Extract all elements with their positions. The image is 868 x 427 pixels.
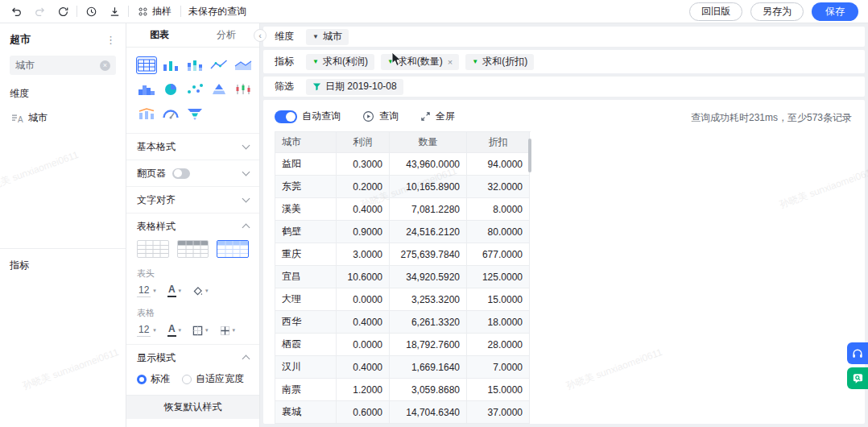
chevron-down-icon: ▼ — [312, 59, 319, 65]
city-cell: 宜昌 — [275, 266, 337, 288]
table-font-color-picker[interactable]: A ▾ — [167, 324, 181, 337]
combo-chart-icon[interactable] — [136, 105, 157, 122]
scatter-plot-icon[interactable] — [184, 81, 205, 98]
query-title[interactable]: 未保存的查询 — [188, 5, 246, 19]
download-icon[interactable] — [108, 5, 121, 18]
metric-chip-profit[interactable]: ▼ 求和(利润) — [306, 54, 374, 70]
style-dark-header-option[interactable] — [177, 240, 209, 258]
reset-default-style-button[interactable]: 恢复默认样式 — [126, 395, 259, 419]
fullscreen-button[interactable]: 全屏 — [420, 110, 455, 123]
value-cell: 0.6000 — [337, 401, 390, 424]
column-header[interactable]: 利润 — [337, 132, 390, 153]
feedback-chat-button[interactable] — [847, 367, 868, 389]
table-icon[interactable] — [136, 56, 157, 74]
pie-chart-icon[interactable] — [160, 81, 181, 98]
value-cell: 10.6000 — [337, 266, 390, 288]
column-header[interactable]: 城市 — [275, 132, 337, 153]
caret-down-icon: ▾ — [179, 327, 182, 334]
metric-chip-discount[interactable]: ▼ 求和(折扣) — [465, 54, 534, 70]
undo-icon[interactable] — [10, 5, 23, 18]
close-icon[interactable]: × — [448, 57, 453, 67]
area-chart-icon[interactable] — [233, 56, 254, 74]
basic-format-header[interactable]: 基本格式 — [126, 134, 259, 160]
table-style-header[interactable]: 表格样式 — [126, 214, 259, 239]
dimension-chip-city[interactable]: ▼ 城市 — [306, 29, 349, 45]
sampling-icon — [138, 6, 148, 17]
save-as-button[interactable]: 另存为 — [750, 2, 804, 21]
radio-label: 自适应宽度 — [196, 372, 244, 386]
column-header[interactable]: 数量 — [390, 132, 467, 153]
table-scrollbar[interactable] — [528, 139, 531, 172]
table-row: 西华0.40006,261.332018.0000 — [275, 311, 531, 334]
column-header[interactable]: 折扣 — [467, 132, 530, 153]
header-fill-color-picker[interactable]: ▾ — [192, 286, 209, 296]
pager-header[interactable]: 翻页器 — [126, 160, 259, 186]
table-row: 南票1.20003,059.868015.0000 — [275, 379, 531, 401]
metric-chip-quantity[interactable]: ▼ 求和(数量) × — [381, 54, 459, 70]
value-cell: 32.0000 — [467, 176, 530, 198]
inner-border-select[interactable]: ▾ — [220, 325, 236, 336]
funnel-chart-icon[interactable] — [184, 105, 205, 122]
back-to-old-version-button[interactable]: 回旧版 — [689, 2, 742, 21]
section-text-align: 文字对齐 — [126, 186, 259, 213]
gauge-chart-icon[interactable] — [160, 105, 181, 122]
pyramid-chart-icon[interactable] — [209, 81, 229, 98]
auto-query-toggle[interactable] — [275, 110, 297, 123]
style-plain-option[interactable] — [137, 240, 169, 258]
radio-adaptive-width[interactable]: 自适应宽度 — [182, 372, 244, 386]
style-blue-header-option[interactable] — [217, 240, 249, 258]
outer-border-select[interactable]: ▾ — [192, 325, 209, 336]
value-cell: 125.0000 — [467, 266, 530, 288]
table-style-label: 表格样式 — [137, 220, 176, 234]
chevron-down-icon — [242, 168, 250, 176]
tab-analysis[interactable]: 分析 — [193, 23, 260, 47]
chart-type-grid — [126, 48, 259, 133]
field-search-input[interactable] — [15, 60, 97, 71]
more-menu-icon[interactable]: ⋮ — [105, 34, 116, 46]
font-size-value: 12 — [137, 324, 151, 337]
refresh-icon[interactable] — [56, 5, 69, 18]
line-chart-icon[interactable] — [209, 56, 229, 74]
redo-icon[interactable] — [33, 5, 46, 18]
bar-chart-icon[interactable] — [160, 56, 181, 74]
history-icon[interactable] — [85, 5, 97, 18]
table-row: 栖霞0.000018,792.760028.0000 — [275, 334, 531, 356]
table-font-size-select[interactable]: 12 ▾ — [137, 324, 156, 337]
save-button[interactable]: 保存 — [812, 2, 858, 21]
radio-standard[interactable]: 标准 — [137, 372, 170, 386]
sampling-button[interactable]: 抽样 — [138, 5, 172, 19]
run-query-button[interactable]: 查询 — [362, 110, 399, 123]
value-cell: 3.0000 — [337, 243, 390, 266]
tab-chart[interactable]: 图表 — [126, 23, 193, 47]
value-cell: 3,253.3200 — [390, 288, 467, 311]
candlestick-chart-icon[interactable] — [233, 81, 254, 98]
value-cell: 677.0000 — [467, 243, 530, 266]
field-search[interactable]: × — [10, 56, 116, 75]
dimension-field-city[interactable]: A 城市 — [10, 110, 116, 126]
header-font-color-picker[interactable]: A ▾ — [167, 284, 181, 297]
font-color-icon: A — [167, 324, 176, 337]
caret-down-icon: ▾ — [179, 288, 182, 294]
histogram-icon[interactable] — [136, 81, 157, 98]
chip-label: 求和(利润) — [323, 55, 368, 68]
edit-history-controls — [10, 5, 69, 18]
city-cell: 重庆 — [275, 243, 337, 266]
display-mode-header[interactable]: 显示模式 — [126, 345, 259, 371]
pager-toggle[interactable] — [172, 168, 190, 179]
collapse-panel-icon[interactable]: ‹ — [254, 29, 267, 42]
radio-label: 标准 — [151, 372, 170, 386]
customer-service-button[interactable] — [847, 342, 868, 364]
chevron-up-icon — [242, 355, 250, 363]
text-align-label: 文字对齐 — [137, 193, 176, 207]
field-label: 城市 — [28, 111, 48, 125]
text-align-header[interactable]: 文字对齐 — [126, 187, 259, 213]
header-style-controls: 12 ▾ A ▾ ▾ — [126, 280, 259, 305]
stacked-bar-chart-icon[interactable] — [184, 56, 205, 74]
clear-search-icon[interactable]: × — [100, 60, 110, 71]
section-pager: 翻页器 — [126, 160, 259, 186]
chevron-down-icon — [242, 142, 250, 150]
filter-chip-date[interactable]: 日期 2019-10-08 — [306, 79, 403, 95]
topbar: 抽样 未保存的查询 回旧版 另存为 保存 — [0, 0, 868, 23]
chevron-down-icon: ▼ — [387, 59, 394, 65]
header-font-size-select[interactable]: 12 ▾ — [137, 284, 156, 297]
